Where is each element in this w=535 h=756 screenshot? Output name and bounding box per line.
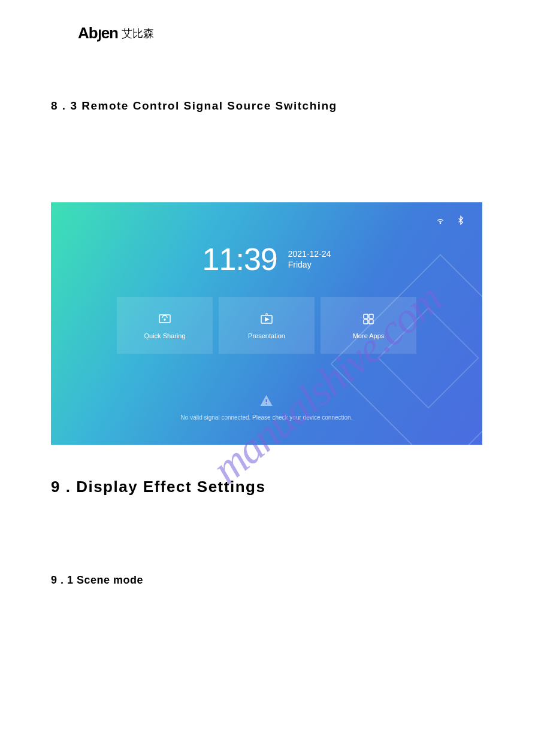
section-9-1-heading: 9 . 1 Scene mode xyxy=(51,574,484,587)
presentation-icon xyxy=(258,312,275,326)
bluetooth-icon xyxy=(456,215,466,225)
tile-label: Quick Sharing xyxy=(144,332,185,339)
warning-text: No valid signal connected. Please check … xyxy=(181,414,353,421)
clock-date-block: 2021-12-24 Friday xyxy=(288,248,331,270)
status-bar xyxy=(436,215,466,225)
wifi-icon xyxy=(436,215,445,225)
svg-point-0 xyxy=(440,223,440,223)
date-text: 2021-12-24 xyxy=(288,248,331,259)
screen-share-icon xyxy=(156,312,173,326)
clock-display: 11:39 2021-12-24 Friday xyxy=(202,241,331,277)
svg-rect-7 xyxy=(364,320,368,324)
tile-label: Presentation xyxy=(248,332,285,339)
section-9-heading: 9 . Display Effect Settings xyxy=(51,478,484,496)
logo: Abȷen 艾比森 xyxy=(78,24,484,42)
svg-rect-9 xyxy=(266,399,267,402)
tile-more-apps[interactable]: More Apps xyxy=(321,297,416,354)
section-8-3-heading: 8 . 3 Remote Control Signal Source Switc… xyxy=(51,99,484,113)
home-tiles: Quick Sharing Presentation More Apps xyxy=(117,297,416,354)
device-screenshot: 11:39 2021-12-24 Friday Quick Sharing xyxy=(51,202,482,445)
tile-presentation[interactable]: Presentation xyxy=(219,297,315,354)
svg-rect-6 xyxy=(369,314,373,318)
tile-quick-sharing[interactable]: Quick Sharing xyxy=(117,297,213,354)
svg-rect-5 xyxy=(364,314,368,318)
tile-label: More Apps xyxy=(353,332,385,339)
svg-point-2 xyxy=(164,319,165,320)
clock-time: 11:39 xyxy=(202,241,277,277)
day-text: Friday xyxy=(288,259,331,270)
brand-name: Abȷen xyxy=(78,24,118,42)
apps-grid-icon xyxy=(360,312,377,326)
brand-chinese: 艾比森 xyxy=(122,26,154,41)
svg-marker-4 xyxy=(265,318,268,321)
warning-icon xyxy=(258,394,275,408)
svg-rect-8 xyxy=(369,320,373,324)
svg-point-10 xyxy=(266,403,267,405)
warning-area: No valid signal connected. Please check … xyxy=(181,394,353,421)
